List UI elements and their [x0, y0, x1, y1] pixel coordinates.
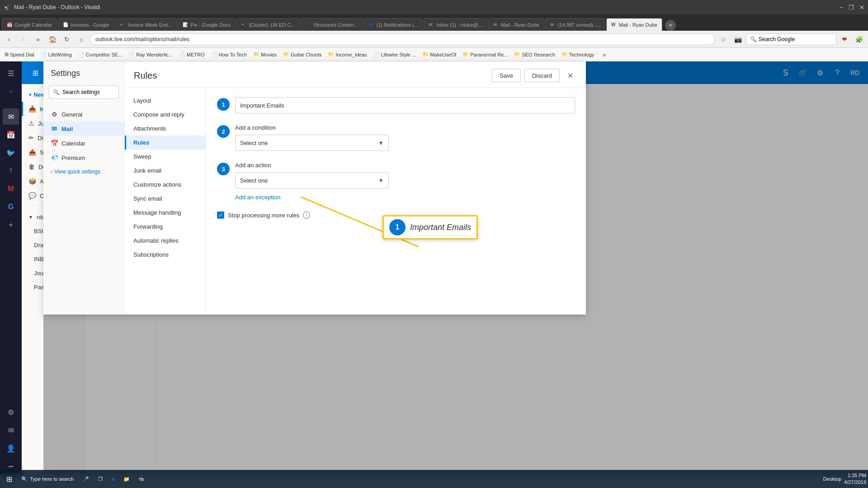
- bookmarks-more-icon[interactable]: »: [598, 48, 610, 61]
- address-bar[interactable]: [90, 33, 715, 45]
- condition-select[interactable]: Select one ▼: [235, 135, 389, 151]
- inbox-icon: 📥: [28, 105, 36, 113]
- home-button[interactable]: 🏠: [46, 33, 59, 46]
- sidebar-icon-menu[interactable]: ☰: [3, 65, 19, 81]
- action-select[interactable]: Select one ▼: [235, 172, 389, 188]
- menu-customize[interactable]: Customize actions: [125, 178, 206, 192]
- menu-rules[interactable]: Rules: [125, 136, 206, 150]
- stop-rules-info-icon[interactable]: i: [303, 211, 310, 219]
- tab-structured[interactable]: LStructured Conten...: [301, 18, 363, 31]
- cortana-button[interactable]: 🎤: [78, 471, 94, 487]
- stop-rules-checkbox[interactable]: ✓: [217, 211, 224, 219]
- menu-auto-replies[interactable]: Automatic replies: [125, 234, 206, 248]
- convers-icon: 💬: [28, 192, 36, 199]
- tab-cluster[interactable]: +[Cluster]: LW ED C...: [236, 18, 300, 31]
- settings-search-box[interactable]: 🔍 Search settings: [49, 85, 119, 99]
- menu-message-handling[interactable]: Message handling: [125, 206, 206, 220]
- menu-sweep[interactable]: Sweep: [125, 150, 206, 164]
- forward-button[interactable]: ›: [17, 33, 30, 46]
- taskbar-search-button[interactable]: 🔍 Type here to search: [17, 471, 78, 487]
- step-1-number: 1: [217, 98, 230, 111]
- edge-icon: e: [112, 476, 114, 482]
- bookmark-lifewire[interactable]: 📄Lifewire Style ...: [371, 51, 419, 58]
- minimize-button[interactable]: −: [840, 4, 843, 11]
- tab-label: [Cluster]: LW ED C...: [249, 22, 295, 28]
- bookmark-icon[interactable]: ☆: [717, 33, 730, 46]
- tab-mail-active[interactable]: WMail - Ryan Dube: [606, 18, 662, 31]
- menu-junk[interactable]: Junk email: [125, 164, 206, 178]
- sidebar-icon-settings[interactable]: ⚙: [3, 404, 19, 420]
- sidebar-icon-compose[interactable]: +: [3, 83, 19, 99]
- bookmark-seo[interactable]: 📁SEO Research: [511, 51, 557, 58]
- rule-name-input[interactable]: [235, 97, 575, 113]
- bookmark-technology[interactable]: 📁Technology: [559, 51, 597, 58]
- capture-icon[interactable]: 📷: [731, 33, 744, 46]
- sidebar-icon-twitter[interactable]: 🐦: [3, 145, 19, 161]
- tab-mail-ryan[interactable]: ✉Mail - Ryan Dube: [488, 18, 544, 31]
- back-button[interactable]: ‹: [3, 33, 15, 46]
- bookmark-lifewriting[interactable]: 📄LifeWriting: [38, 51, 75, 58]
- store-button[interactable]: 🛍: [134, 471, 148, 487]
- outlook-menu-icon[interactable]: ⊞: [27, 65, 43, 81]
- maximize-button[interactable]: ❐: [849, 4, 854, 11]
- sidebar-icon-add[interactable]: +: [3, 217, 19, 233]
- menu-layout[interactable]: Layout: [125, 94, 206, 108]
- bookmark-paranormal[interactable]: 📁Paranormal Re...: [460, 51, 510, 58]
- bookmark-makeuseof[interactable]: 📁MakeUseOf: [420, 51, 459, 58]
- bookmark-income-ideas[interactable]: 📁Income_Ideas: [325, 51, 369, 58]
- sidebar-icon-facebook[interactable]: f: [3, 163, 19, 179]
- sidebar-icon-people[interactable]: 👤: [3, 440, 19, 456]
- close-button[interactable]: ✕: [859, 4, 864, 11]
- search-icon: 🔍: [53, 89, 60, 95]
- edge-button[interactable]: e: [107, 471, 119, 487]
- tab-google-calendar[interactable]: 📅Google Calendar: [2, 18, 57, 31]
- sidebar-icon-calendar[interactable]: 📅: [3, 127, 19, 143]
- menu-attachments[interactable]: Attachments: [125, 122, 206, 136]
- bookmark-how-to-tech[interactable]: 📄How To Tech: [208, 51, 250, 58]
- tab-mail-unread[interactable]: ✉(14,997 unread) -...: [545, 18, 605, 31]
- sidebar-icon-google[interactable]: G: [3, 199, 19, 215]
- settings-nav-calendar[interactable]: 📅 Calendar: [43, 136, 124, 150]
- sidebar-icon-gmail[interactable]: M: [3, 181, 19, 197]
- close-settings-button[interactable]: ✕: [563, 69, 577, 82]
- sidebar-icon-compose2[interactable]: ✉: [3, 422, 19, 438]
- extensions-icon[interactable]: 🧩: [853, 33, 865, 46]
- tab-invoice-week[interactable]: +Invoice Week End...: [115, 18, 177, 31]
- home2-button[interactable]: ⌂: [75, 33, 88, 46]
- windows-icon: ⊞: [6, 475, 12, 483]
- explorer-button[interactable]: 📁: [119, 471, 134, 487]
- new-tab-button[interactable]: +: [665, 20, 676, 31]
- refresh-button[interactable]: ↻: [61, 33, 73, 46]
- taskview-button[interactable]: ❐: [94, 471, 107, 487]
- fast-forward-button[interactable]: »: [32, 33, 44, 46]
- bookmark-competitor[interactable]: 📄Competitor SE...: [75, 51, 125, 58]
- menu-sync[interactable]: Sync email: [125, 192, 206, 206]
- settings-nav-general[interactable]: ⚙ General: [43, 107, 124, 122]
- titlebar-controls: − ❐ ✕: [840, 4, 864, 11]
- menu-forwarding[interactable]: Forwarding: [125, 220, 206, 234]
- discard-button[interactable]: Discard: [524, 69, 560, 82]
- tab-invoices[interactable]: 📄Invoices - Google: [58, 18, 114, 31]
- rules-menu: Layout Compose and reply Attachments Rul…: [125, 88, 206, 314]
- add-exception-link[interactable]: Add an exception: [235, 194, 280, 201]
- tab-pw-google-docs[interactable]: 📝Pw - Google Docs: [178, 18, 236, 31]
- sidebar-icon-mail[interactable]: ✉: [3, 108, 19, 125]
- tab-label-active: Mail - Ryan Dube: [619, 22, 657, 28]
- search-box[interactable]: 🔍 Search Google: [746, 33, 836, 45]
- bookmark-guitar-chords[interactable]: 📁Guitar Chords: [280, 51, 324, 58]
- bookmark-movies[interactable]: 📁Movies: [250, 51, 279, 58]
- bookmark-speed-dial[interactable]: ⊞Speed Dial: [2, 51, 37, 58]
- step-2-number: 2: [217, 125, 230, 138]
- bookmark-ray[interactable]: 📄Ray Wenderlic...: [126, 51, 175, 58]
- menu-compose[interactable]: Compose and reply: [125, 108, 206, 122]
- view-quick-settings[interactable]: ‹ View quick settings: [43, 166, 124, 178]
- bookmark-metro[interactable]: 📄METRO: [176, 51, 208, 58]
- tab-inbox-rdube[interactable]: ✉Inbox (1) - rdube@...: [424, 18, 487, 31]
- save-button[interactable]: Save: [492, 69, 521, 82]
- vivaldi-icon[interactable]: ❤: [838, 33, 851, 46]
- start-button[interactable]: ⊞: [2, 471, 17, 487]
- menu-subscriptions[interactable]: Subscriptions: [125, 248, 206, 262]
- settings-nav-mail[interactable]: ✉ Mail: [43, 122, 124, 136]
- tab-notifications[interactable]: in(1) Notifications |...: [364, 18, 423, 31]
- settings-nav-premium[interactable]: 💎 Premium: [43, 150, 124, 165]
